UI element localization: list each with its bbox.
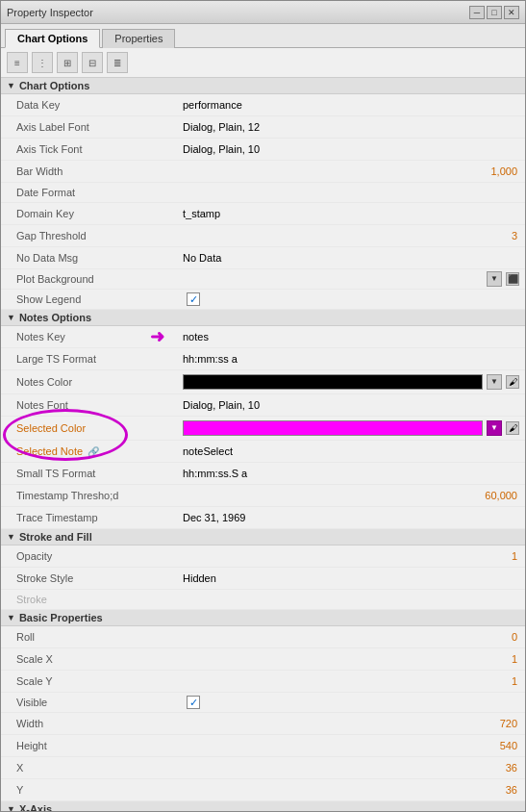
section-stroke-fill[interactable]: ▼ Stroke and Fill <box>1 529 525 546</box>
label-selected-note: Selected Note 🔗 <box>1 443 179 461</box>
selected-color-swatch[interactable] <box>183 420 483 436</box>
section-label-stroke: Stroke and Fill <box>19 531 92 543</box>
label-domain-key: Domain Key <box>1 205 179 222</box>
section-label-xaxis: X-Axis <box>19 803 52 811</box>
selected-color-dropdown[interactable]: ▼ <box>487 420 502 436</box>
value-scale-y[interactable]: 1 <box>179 672 525 691</box>
label-timestamp-threshold: Timestamp Thresho;d <box>1 487 179 504</box>
label-visible: Visible <box>1 694 179 711</box>
label-width: Width <box>1 715 179 732</box>
value-bar-width[interactable]: 1,000 <box>179 162 525 181</box>
value-opacity[interactable]: 1 <box>179 546 525 566</box>
value-x[interactable]: 36 <box>179 758 525 777</box>
value-data-key[interactable]: performance <box>179 95 525 114</box>
content-area: ▼ Chart Options Data Key performance Axi… <box>1 78 525 811</box>
value-no-data-msg[interactable]: No Data <box>179 248 525 267</box>
section-notes-options[interactable]: ▼ Notes Options <box>1 310 525 326</box>
label-trace-timestamp: Trace Timestamp <box>1 509 179 526</box>
value-scale-x[interactable]: 1 <box>179 649 525 669</box>
toolbar-btn-3[interactable]: ⊞ <box>57 52 78 73</box>
label-opacity: Opacity <box>1 547 179 565</box>
value-domain-key[interactable]: t_stamp <box>179 204 525 223</box>
label-stroke-style: Stroke Style <box>1 570 179 587</box>
value-plot-background: ▼ ⬛ <box>179 270 525 288</box>
window-title: Property Inspector <box>7 7 93 18</box>
notes-color-dropdown[interactable]: ▼ <box>487 374 502 390</box>
row-large-ts-format: Large TS Format hh:mm:ss a <box>1 348 525 370</box>
value-date-format[interactable] <box>179 191 525 193</box>
value-stroke-style[interactable]: Hidden <box>179 569 525 588</box>
value-small-ts-format[interactable]: hh:mm:ss.S a <box>179 464 525 483</box>
row-height: Height 540 <box>1 735 525 757</box>
row-scale-y: Scale Y 1 <box>1 671 525 693</box>
section-chart-options[interactable]: ▼ Chart Options <box>1 78 525 94</box>
section-x-axis[interactable]: ▼ X-Axis <box>1 801 525 811</box>
row-selected-note: Selected Note 🔗 noteSelect <box>1 441 525 463</box>
value-gap-threshold[interactable]: 3 <box>179 226 525 245</box>
close-button[interactable]: ✕ <box>504 6 519 19</box>
value-show-legend <box>179 292 525 307</box>
section-label-chart: Chart Options <box>19 80 89 91</box>
section-label-notes: Notes Options <box>19 312 91 323</box>
label-plot-background: Plot Background <box>1 270 179 288</box>
value-large-ts-format[interactable]: hh:mm:ss a <box>179 349 525 368</box>
toolbar-btn-1[interactable]: ≡ <box>7 52 28 73</box>
label-scale-x: Scale X <box>1 650 179 668</box>
section-basic-props[interactable]: ▼ Basic Properties <box>1 610 525 626</box>
tab-chart-options[interactable]: Chart Options <box>5 29 100 48</box>
value-height[interactable]: 540 <box>179 736 525 755</box>
row-date-format: Date Format <box>1 183 525 203</box>
row-selected-color: Selected Color ▼ 🖌 <box>1 417 525 441</box>
value-axis-tick-font[interactable]: Dialog, Plain, 10 <box>179 140 525 159</box>
notes-color-swatch[interactable] <box>183 374 483 390</box>
show-legend-checkbox[interactable] <box>187 292 200 306</box>
label-scale-y: Scale Y <box>1 672 179 690</box>
label-selected-color: Selected Color <box>1 419 179 437</box>
value-roll[interactable]: 0 <box>179 627 525 647</box>
label-date-format: Date Format <box>1 184 179 201</box>
value-trace-timestamp[interactable]: Dec 31, 1969 <box>179 508 525 527</box>
row-small-ts-format: Small TS Format hh:mm:ss.S a <box>1 463 525 485</box>
value-notes-key[interactable]: notes <box>179 327 525 346</box>
minimize-button[interactable]: ─ <box>469 6 485 19</box>
toolbar-btn-5[interactable]: ≣ <box>107 52 128 73</box>
row-scale-x: Scale X 1 <box>1 648 525 671</box>
label-notes-color: Notes Color <box>1 373 179 391</box>
row-roll: Roll 0 <box>1 626 525 648</box>
title-bar: Property Inspector ─ □ ✕ <box>1 1 525 24</box>
value-axis-label-font[interactable]: Dialog, Plain, 12 <box>179 117 525 137</box>
row-plot-background: Plot Background ▼ ⬛ <box>1 269 525 290</box>
value-timestamp-threshold[interactable]: 60,000 <box>179 486 525 505</box>
section-triangle-stroke: ▼ <box>7 532 15 542</box>
maximize-button[interactable]: □ <box>487 6 502 19</box>
value-notes-font[interactable]: Dialog, Plain, 10 <box>179 395 525 415</box>
label-bar-width: Bar Width <box>1 163 179 180</box>
row-timestamp-threshold: Timestamp Thresho;d 60,000 <box>1 485 525 507</box>
toolbar-btn-4[interactable]: ⊟ <box>82 52 103 73</box>
plot-bg-paint-icon[interactable]: ⬛ <box>506 272 519 286</box>
label-no-data-msg: No Data Msg <box>1 249 179 266</box>
row-trace-timestamp: Trace Timestamp Dec 31, 1969 <box>1 507 525 529</box>
visible-checkbox[interactable] <box>187 696 200 709</box>
row-stroke-style: Stroke Style Hidden <box>1 568 525 590</box>
label-axis-tick-font: Axis Tick Font <box>1 140 179 158</box>
section-triangle-chart: ▼ <box>7 81 15 90</box>
value-y[interactable]: 36 <box>179 780 525 799</box>
notes-color-paint-icon[interactable]: 🖌 <box>506 375 519 389</box>
row-data-key: Data Key performance <box>1 94 525 116</box>
section-triangle-notes: ▼ <box>7 313 15 322</box>
row-axis-label-font: Axis Label Font Dialog, Plain, 12 <box>1 116 525 139</box>
row-no-data-msg: No Data Msg No Data <box>1 247 525 269</box>
row-notes-font: Notes Font Dialog, Plain, 10 <box>1 394 525 417</box>
selected-color-paint-icon[interactable]: 🖌 <box>506 421 519 435</box>
tab-bar: Chart Options Properties <box>1 24 525 48</box>
plot-bg-dropdown[interactable]: ▼ <box>487 271 502 287</box>
label-show-legend: Show Legend <box>1 291 179 308</box>
value-width[interactable]: 720 <box>179 714 525 733</box>
value-selected-note[interactable]: noteSelect <box>179 442 525 461</box>
toolbar-btn-2[interactable]: ⋮ <box>32 52 53 73</box>
tab-properties[interactable]: Properties <box>102 29 175 48</box>
row-gap-threshold: Gap Threshold 3 <box>1 225 525 247</box>
row-opacity: Opacity 1 <box>1 546 525 568</box>
label-stroke: Stroke <box>1 591 179 608</box>
